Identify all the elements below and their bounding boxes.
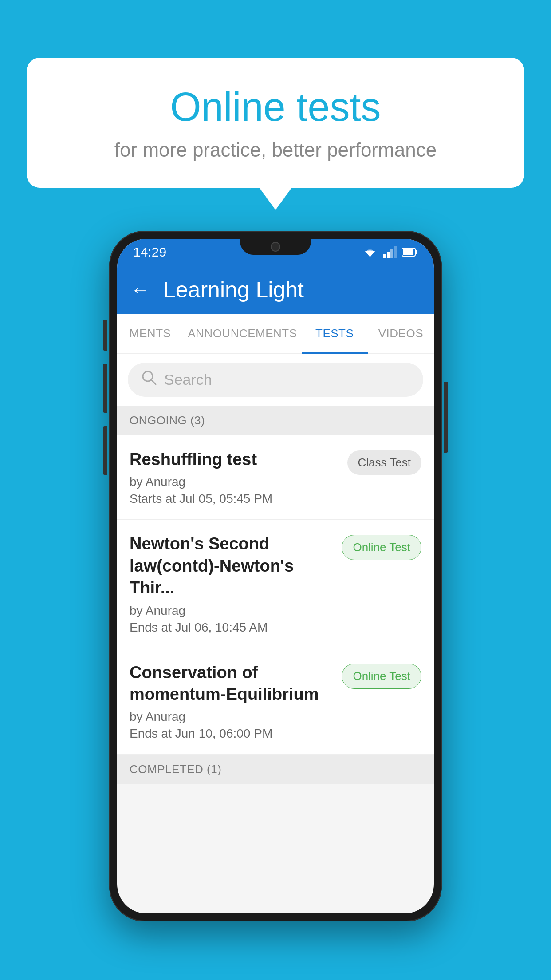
speech-bubble-container: Online tests for more practice, better p… — [27, 58, 524, 188]
back-button[interactable]: ← — [130, 279, 150, 301]
svg-rect-3 — [383, 254, 386, 258]
online-test-badge: Online Test — [342, 535, 421, 560]
test-info: Reshuffling test by Anurag Starts at Jul… — [130, 449, 347, 506]
tabs-container: MENTS ANNOUNCEMENTS TESTS VIDEOS — [117, 314, 434, 354]
bubble-title: Online tests — [62, 84, 489, 130]
search-input[interactable]: Search — [164, 371, 212, 388]
search-bar[interactable]: Search — [128, 363, 423, 397]
ongoing-section-header: ONGOING (3) — [117, 406, 434, 435]
test-name: Conservation of momentum-Equilibrium — [130, 662, 333, 706]
class-test-badge: Class Test — [347, 450, 421, 475]
phone-notch — [240, 239, 311, 255]
test-info: Newton's Second law(contd)-Newton's Thir… — [130, 533, 342, 634]
phone-wrapper: 14:29 — [109, 231, 442, 921]
tab-videos[interactable]: VIDEOS — [368, 314, 434, 353]
svg-line-11 — [151, 380, 156, 384]
front-camera — [271, 242, 280, 252]
status-icons — [362, 246, 418, 258]
test-author: by Anurag — [130, 475, 338, 489]
silent-button — [103, 426, 107, 475]
test-item[interactable]: Conservation of momentum-Equilibrium by … — [117, 648, 434, 755]
tab-ments[interactable]: MENTS — [117, 314, 183, 353]
test-time: Ends at Jun 10, 06:00 PM — [130, 727, 333, 741]
test-time: Ends at Jul 06, 10:45 AM — [130, 620, 333, 635]
signal-icon — [383, 246, 397, 258]
speech-bubble: Online tests for more practice, better p… — [27, 58, 524, 188]
test-item[interactable]: Reshuffling test by Anurag Starts at Jul… — [117, 435, 434, 520]
test-author: by Anurag — [130, 710, 333, 724]
tab-announcements[interactable]: ANNOUNCEMENTS — [183, 314, 301, 353]
phone-screen: 14:29 — [117, 239, 434, 913]
test-name: Newton's Second law(contd)-Newton's Thir… — [130, 533, 333, 599]
bubble-subtitle: for more practice, better performance — [62, 139, 489, 161]
phone-outer: 14:29 — [109, 231, 442, 921]
test-item[interactable]: Newton's Second law(contd)-Newton's Thir… — [117, 520, 434, 648]
status-time: 14:29 — [133, 245, 166, 260]
app-bar: ← Learning Light — [117, 265, 434, 314]
svg-rect-4 — [387, 252, 390, 258]
test-time: Starts at Jul 05, 05:45 PM — [130, 492, 338, 506]
volume-up-button — [103, 320, 107, 351]
test-list: Reshuffling test by Anurag Starts at Jul… — [117, 435, 434, 755]
svg-rect-8 — [415, 250, 417, 254]
svg-rect-9 — [403, 249, 413, 255]
wifi-icon — [362, 246, 378, 258]
test-author: by Anurag — [130, 604, 333, 618]
search-icon — [141, 370, 157, 390]
svg-rect-5 — [390, 249, 393, 258]
volume-down-button — [103, 364, 107, 413]
battery-icon — [402, 247, 418, 257]
online-test-badge-2: Online Test — [342, 664, 421, 689]
tab-tests[interactable]: TESTS — [302, 314, 368, 353]
app-title: Learning Light — [163, 277, 304, 303]
test-info: Conservation of momentum-Equilibrium by … — [130, 662, 342, 741]
completed-section-header: COMPLETED (1) — [117, 755, 434, 784]
search-container: Search — [117, 354, 434, 406]
test-name: Reshuffling test — [130, 449, 338, 470]
power-button — [444, 382, 448, 453]
svg-rect-6 — [394, 246, 397, 258]
